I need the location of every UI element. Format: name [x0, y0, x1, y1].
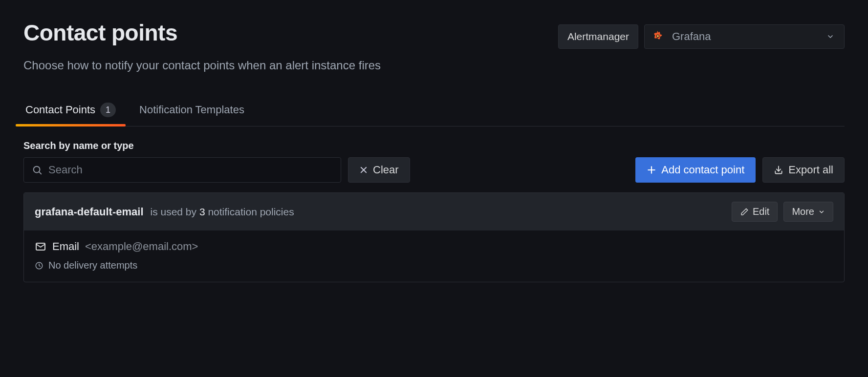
export-all-button[interactable]: Export all [762, 157, 845, 183]
export-all-label: Export all [788, 164, 833, 176]
tabs: Contact Points 1 Notification Templates [23, 102, 845, 126]
chevron-down-icon [818, 209, 825, 215]
integration-status-text: No delivery attempts [48, 260, 137, 271]
download-icon [774, 165, 783, 175]
add-contact-point-label: Add contact point [661, 164, 744, 176]
clock-icon [35, 261, 43, 270]
contact-point-usage: is used by 3 notification policies [151, 206, 294, 218]
tab-contact-points-label: Contact Points [25, 104, 95, 116]
contact-point-name: grafana-default-email [35, 206, 144, 218]
integration-row: Email <example@email.com> [35, 240, 833, 253]
chevron-down-icon [826, 33, 834, 41]
alertmanager-label: Alertmanager [558, 24, 638, 49]
tab-notification-templates[interactable]: Notification Templates [137, 102, 246, 126]
clear-button[interactable]: Clear [348, 157, 410, 183]
contact-point-header: grafana-default-email is used by 3 notif… [24, 193, 844, 230]
page-subtitle: Choose how to notify your contact points… [23, 59, 845, 72]
edit-button-label: Edit [753, 206, 769, 217]
search-input-wrap[interactable] [23, 157, 341, 183]
alertmanager-select-value: Grafana [672, 30, 819, 43]
plus-icon [647, 165, 656, 175]
tab-notification-templates-label: Notification Templates [139, 104, 244, 116]
search-input[interactable] [48, 164, 333, 176]
page-title: Contact points [23, 20, 177, 46]
integration-type: Email [52, 240, 79, 253]
svg-point-0 [657, 35, 659, 37]
integration-address: <example@email.com> [85, 240, 198, 253]
more-button[interactable]: More [783, 202, 833, 222]
search-section-label: Search by name or type [23, 140, 845, 151]
add-contact-point-button[interactable]: Add contact point [635, 157, 756, 183]
mail-icon [35, 241, 46, 252]
grafana-icon [651, 30, 664, 43]
integration-status: No delivery attempts [35, 260, 833, 271]
contact-point-card: grafana-default-email is used by 3 notif… [23, 192, 845, 282]
more-button-label: More [792, 206, 814, 217]
search-icon [32, 165, 43, 175]
tab-contact-points[interactable]: Contact Points 1 [23, 102, 118, 126]
tab-contact-points-count: 1 [100, 103, 116, 117]
close-icon [359, 166, 368, 174]
pencil-icon [740, 208, 749, 216]
edit-button[interactable]: Edit [732, 202, 778, 222]
clear-button-label: Clear [373, 164, 399, 176]
alertmanager-select[interactable]: Grafana [644, 24, 845, 49]
svg-line-2 [39, 172, 41, 174]
